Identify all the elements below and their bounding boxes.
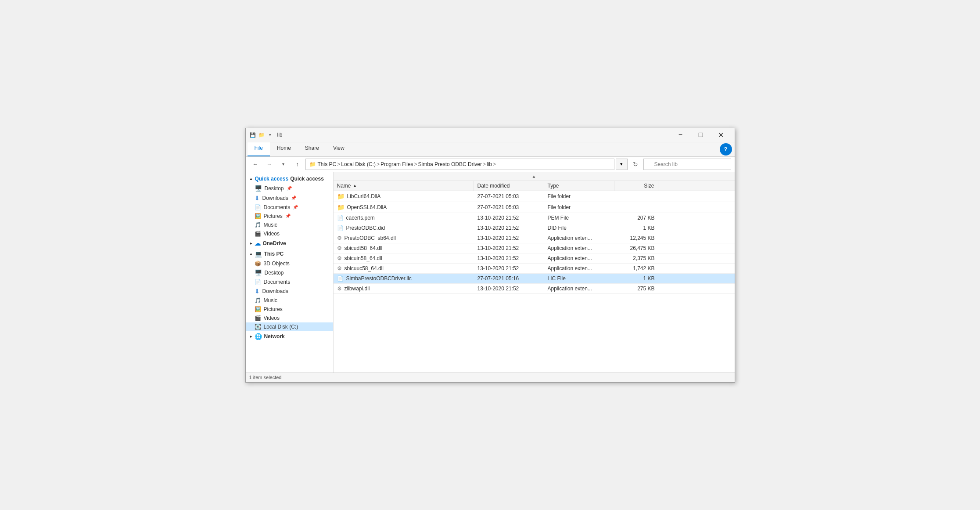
file-date: 13-10-2020 21:52 bbox=[474, 284, 544, 293]
tab-file[interactable]: File bbox=[248, 142, 270, 156]
tab-home[interactable]: Home bbox=[270, 142, 298, 156]
file-icon: 📄 bbox=[337, 215, 344, 221]
documents-thispc-icon: 📄 bbox=[255, 279, 261, 285]
dll-icon: ⚙ bbox=[337, 265, 342, 271]
title-bar: 💾 📁 ▾ lib − □ ✕ bbox=[246, 128, 735, 142]
file-size: 1 KB bbox=[614, 223, 658, 233]
table-row[interactable]: 📁 OpenSSL64.DllA 27-07-2021 05:03 File f… bbox=[334, 202, 735, 213]
sort-up-arrow: ▲ bbox=[532, 174, 536, 179]
sidebar-item-documents-quick[interactable]: 📄 Documents 📌 bbox=[246, 203, 333, 212]
sidebar-item-videos-quick-label: Videos bbox=[264, 231, 280, 237]
col-type-label: Type bbox=[548, 183, 559, 189]
col-header-date[interactable]: Date modified bbox=[474, 181, 544, 191]
file-name: 📄 SimbaPrestoODBCDriver.lic bbox=[334, 274, 474, 283]
sidebar-item-pictures-quick-label: Pictures bbox=[264, 213, 283, 219]
desktop-thispc-icon: 🖥️ bbox=[255, 269, 262, 276]
file-name: ⚙ sbicudt58_64.dll bbox=[334, 243, 474, 253]
sidebar-item-music-quick[interactable]: 🎵 Music bbox=[246, 221, 333, 229]
onedrive-label: OneDrive bbox=[262, 240, 286, 246]
file-type: DID File bbox=[544, 223, 614, 233]
col-header-name[interactable]: Name ▲ bbox=[334, 181, 474, 191]
table-row[interactable]: ⚙ sbicuuc58_64.dll 13-10-2020 21:52 Appl… bbox=[334, 264, 735, 274]
sidebar-item-downloads-quick[interactable]: ⬇ Downloads 📌 bbox=[246, 193, 333, 203]
minimize-button[interactable]: − bbox=[671, 128, 691, 142]
file-icon: 📄 bbox=[337, 275, 344, 282]
file-size: 26,475 KB bbox=[614, 243, 658, 253]
sidebar: ▲ Quick access Quick access 🖥️ Desktop 📌… bbox=[246, 172, 334, 373]
file-name: ⚙ sbicuin58_64.dll bbox=[334, 253, 474, 263]
back-button[interactable]: ← bbox=[249, 159, 262, 170]
network-icon: 🌐 bbox=[255, 333, 262, 340]
table-row[interactable]: 📄 SimbaPrestoODBCDriver.lic 27-07-2021 0… bbox=[334, 274, 735, 284]
file-size bbox=[614, 195, 658, 198]
sidebar-item-desktop-quick[interactable]: 🖥️ Desktop 📌 bbox=[246, 184, 333, 193]
ribbon: File Home Share View ? bbox=[246, 142, 735, 157]
window-controls: − □ ✕ bbox=[671, 128, 731, 142]
sidebar-item-videos-quick[interactable]: 🎬 Videos bbox=[246, 229, 333, 238]
up-button[interactable]: ↑ bbox=[291, 159, 304, 170]
documents-icon: 📄 bbox=[255, 204, 261, 210]
file-size: 207 KB bbox=[614, 213, 658, 223]
table-row[interactable]: ⚙ sbicudt58_64.dll 13-10-2020 21:52 Appl… bbox=[334, 243, 735, 253]
chevron-down-icon: ▲ bbox=[249, 177, 253, 181]
quick-access-header[interactable]: ▲ Quick access Quick access bbox=[246, 174, 333, 184]
sidebar-item-videos-thispc[interactable]: 🎬 Videos bbox=[246, 314, 333, 322]
sidebar-item-3dobjects[interactable]: 📦 3D Objects bbox=[246, 259, 333, 268]
col-date-label: Date modified bbox=[477, 183, 510, 189]
recent-locations-button[interactable]: ▾ bbox=[277, 159, 290, 170]
file-type: Application exten... bbox=[544, 253, 614, 263]
file-date: 13-10-2020 21:52 bbox=[474, 243, 544, 253]
file-type: PEM File bbox=[544, 213, 614, 223]
sidebar-item-desktop-thispc[interactable]: 🖥️ Desktop bbox=[246, 268, 333, 278]
forward-button[interactable]: → bbox=[263, 159, 276, 170]
file-rows-container: 📁 LibCurl64.DllA 27-07-2021 05:03 File f… bbox=[334, 191, 735, 294]
pin-icon: 📌 bbox=[287, 186, 292, 191]
sidebar-item-documents-thispc[interactable]: 📄 Documents bbox=[246, 278, 333, 286]
file-size: 275 KB bbox=[614, 284, 658, 293]
dll-icon: ⚙ bbox=[337, 255, 342, 261]
ribbon-tabs: File Home Share View ? bbox=[246, 142, 735, 156]
sidebar-item-pictures-quick[interactable]: 🖼️ Pictures 📌 bbox=[246, 212, 333, 221]
chevron-icon-network: ► bbox=[249, 334, 253, 339]
refresh-button[interactable]: ↻ bbox=[629, 159, 642, 170]
thispc-header[interactable]: ▲ 💻 This PC bbox=[246, 249, 333, 259]
network-header[interactable]: ► 🌐 Network bbox=[246, 331, 333, 342]
address-bar: ← → ▾ ↑ 📁 This PC > Local Disk (C:) > Pr… bbox=[246, 157, 735, 172]
file-date: 27-07-2021 05:03 bbox=[474, 192, 544, 201]
table-row[interactable]: ⚙ zlibwapi.dll 13-10-2020 21:52 Applicat… bbox=[334, 284, 735, 294]
address-path[interactable]: 📁 This PC > Local Disk (C:) > Program Fi… bbox=[305, 159, 614, 170]
file-date: 13-10-2020 21:52 bbox=[474, 264, 544, 273]
sidebar-item-videos-thispc-label: Videos bbox=[264, 315, 280, 321]
path-segment-localdisk: Local Disk (C:) bbox=[341, 161, 376, 167]
save-icon: 💾 bbox=[249, 131, 256, 138]
col-header-type[interactable]: Type bbox=[544, 181, 614, 191]
sidebar-item-music-thispc[interactable]: 🎵 Music bbox=[246, 296, 333, 305]
close-button[interactable]: ✕ bbox=[711, 128, 731, 142]
onedrive-header[interactable]: ► ☁ OneDrive bbox=[246, 238, 333, 249]
music-icon: 🎵 bbox=[255, 222, 261, 228]
search-input[interactable] bbox=[643, 159, 731, 170]
sidebar-item-localdisk[interactable]: 💽 Local Disk (C:) bbox=[246, 322, 333, 331]
file-date: 13-10-2020 21:52 bbox=[474, 233, 544, 243]
tab-view[interactable]: View bbox=[326, 142, 352, 156]
table-row[interactable]: 📄 PrestoODBC.did 13-10-2020 21:52 DID Fi… bbox=[334, 223, 735, 233]
help-button[interactable]: ? bbox=[720, 143, 732, 156]
sidebar-item-downloads-thispc[interactable]: ⬇ Downloads bbox=[246, 286, 333, 296]
col-header-size[interactable]: Size bbox=[614, 181, 658, 191]
tab-share[interactable]: Share bbox=[298, 142, 326, 156]
sidebar-item-pictures-thispc[interactable]: 🖼️ Pictures bbox=[246, 305, 333, 314]
dropdown-arrow-icon[interactable]: ▾ bbox=[267, 131, 274, 138]
table-row[interactable]: 📄 cacerts.pem 13-10-2020 21:52 PEM File … bbox=[334, 213, 735, 223]
sort-indicator-row: ▲ bbox=[334, 172, 735, 181]
table-row[interactable]: 📁 LibCurl64.DllA 27-07-2021 05:03 File f… bbox=[334, 191, 735, 202]
maximize-button[interactable]: □ bbox=[691, 128, 711, 142]
sidebar-item-downloads-thispc-label: Downloads bbox=[262, 288, 288, 294]
file-name: 📄 PrestoODBC.did bbox=[334, 223, 474, 233]
table-row[interactable]: ⚙ sbicuin58_64.dll 13-10-2020 21:52 Appl… bbox=[334, 253, 735, 264]
file-size: 1 KB bbox=[614, 274, 658, 283]
table-row[interactable]: ⚙ PrestoODBC_sb64.dll 13-10-2020 21:52 A… bbox=[334, 233, 735, 243]
sidebar-item-3dobjects-label: 3D Objects bbox=[264, 260, 290, 267]
thispc-icon: 💻 bbox=[255, 250, 262, 257]
address-dropdown-button[interactable]: ▾ bbox=[616, 159, 628, 170]
localdisk-icon: 💽 bbox=[255, 324, 261, 330]
